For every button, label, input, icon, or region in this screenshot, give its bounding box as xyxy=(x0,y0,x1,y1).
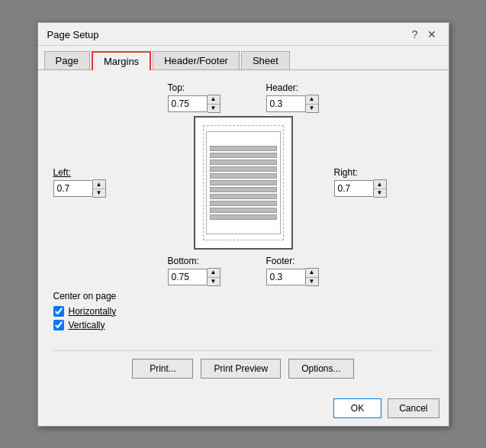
ok-button[interactable]: OK xyxy=(333,398,381,418)
preview-line xyxy=(210,208,277,213)
bottom-input[interactable] xyxy=(168,269,208,285)
preview-line xyxy=(210,166,277,172)
tab-sheet[interactable]: Sheet xyxy=(241,51,290,70)
top-field: Top: ▲ ▼ xyxy=(168,82,220,113)
right-input[interactable] xyxy=(334,180,374,197)
left-input[interactable] xyxy=(53,180,93,197)
top-increment[interactable]: ▲ xyxy=(208,95,220,104)
cancel-button[interactable]: Cancel xyxy=(388,398,439,418)
preview-inner xyxy=(206,131,281,234)
left-increment[interactable]: ▲ xyxy=(93,180,105,189)
page-setup-dialog: Page Setup ? ✕ Page Margins Header/Foote… xyxy=(37,22,449,427)
right-label: Right: xyxy=(334,167,358,178)
bottom-label: Bottom: xyxy=(168,256,199,266)
dialog-title: Page Setup xyxy=(47,29,99,40)
print-preview-button[interactable]: Print Preview xyxy=(201,359,281,379)
top-spinner: ▲ ▼ xyxy=(168,95,220,113)
right-field: Right: ▲ ▼ xyxy=(334,167,387,198)
action-buttons: Print... Print Preview Options... xyxy=(53,350,433,382)
header-label: Header: xyxy=(266,82,299,93)
tab-header-footer[interactable]: Header/Footer xyxy=(153,51,240,70)
top-input[interactable] xyxy=(168,95,208,112)
preview-line xyxy=(210,146,277,151)
left-col: Left: ▲ ▼ xyxy=(53,167,153,198)
vertically-row: Vertically xyxy=(53,320,433,330)
header-input[interactable] xyxy=(266,95,306,112)
center-on-page-section: Center on page Horizontally Vertically xyxy=(53,291,433,334)
footer-decrement[interactable]: ▼ xyxy=(306,277,318,285)
horizontally-label: Horizontally xyxy=(69,306,117,317)
right-spinner-btns: ▲ ▼ xyxy=(374,179,387,198)
header-field: Header: ▲ ▼ xyxy=(266,82,319,113)
right-col: Right: ▲ ▼ xyxy=(334,167,433,198)
bottom-spinner-btns: ▲ ▼ xyxy=(208,268,220,286)
preview-line xyxy=(210,173,277,179)
footer-spinner-btns: ▲ ▼ xyxy=(306,268,319,286)
middle-row: Left: ▲ ▼ xyxy=(53,116,433,250)
footer-spinner: ▲ ▼ xyxy=(266,268,319,286)
page-preview xyxy=(194,116,293,250)
tab-bar: Page Margins Header/Footer Sheet xyxy=(38,46,449,70)
center-section-title: Center on page xyxy=(53,291,433,301)
left-spinner: ▲ ▼ xyxy=(53,179,106,198)
close-button[interactable]: ✕ xyxy=(424,29,439,40)
options-button[interactable]: Options... xyxy=(288,359,353,379)
title-bar-controls: ? ✕ xyxy=(409,29,439,40)
preview-line xyxy=(210,194,277,199)
title-bar: Page Setup ? ✕ xyxy=(38,23,449,46)
preview-line xyxy=(210,153,277,158)
header-increment[interactable]: ▲ xyxy=(306,95,318,104)
top-row: Top: ▲ ▼ Header: ▲ ▼ xyxy=(53,82,433,113)
top-label: Top: xyxy=(168,82,185,93)
left-label: Left: xyxy=(53,167,71,178)
dialog-content: Top: ▲ ▼ Header: ▲ ▼ xyxy=(38,70,449,392)
tab-page[interactable]: Page xyxy=(44,51,90,70)
left-spinner-btns: ▲ ▼ xyxy=(93,179,106,198)
right-increment[interactable]: ▲ xyxy=(374,180,386,189)
bottom-decrement[interactable]: ▼ xyxy=(208,277,220,285)
header-decrement[interactable]: ▼ xyxy=(306,104,318,112)
header-spinner: ▲ ▼ xyxy=(266,95,319,113)
tab-margins[interactable]: Margins xyxy=(92,51,151,70)
left-decrement[interactable]: ▼ xyxy=(93,189,105,197)
vertically-checkbox[interactable] xyxy=(53,320,64,330)
preview-line xyxy=(210,160,277,165)
footer-increment[interactable]: ▲ xyxy=(306,269,318,277)
horizontally-row: Horizontally xyxy=(53,306,433,317)
help-button[interactable]: ? xyxy=(409,29,421,40)
footer-field: Footer: ▲ ▼ xyxy=(266,256,319,286)
top-spinner-btns: ▲ ▼ xyxy=(208,95,220,113)
footer-input[interactable] xyxy=(266,269,306,285)
top-decrement[interactable]: ▼ xyxy=(208,104,220,112)
preview-line xyxy=(210,187,277,192)
preview-line xyxy=(210,214,277,220)
bottom-field: Bottom: ▲ ▼ xyxy=(168,256,220,286)
bottom-row: Bottom: ▲ ▼ Footer: ▲ ▼ xyxy=(53,256,433,286)
print-button[interactable]: Print... xyxy=(132,359,193,379)
header-spinner-btns: ▲ ▼ xyxy=(306,95,319,113)
preview-line xyxy=(210,201,277,206)
left-field: Left: ▲ ▼ xyxy=(53,167,106,198)
preview-line xyxy=(210,180,277,185)
ok-cancel-row: OK Cancel xyxy=(38,392,449,426)
bottom-increment[interactable]: ▲ xyxy=(208,269,220,277)
bottom-spinner: ▲ ▼ xyxy=(168,268,220,286)
horizontally-checkbox[interactable] xyxy=(53,306,64,317)
vertically-label: Vertically xyxy=(69,320,105,330)
right-spinner: ▲ ▼ xyxy=(334,179,387,198)
right-decrement[interactable]: ▼ xyxy=(374,189,386,197)
footer-label: Footer: xyxy=(266,256,295,266)
